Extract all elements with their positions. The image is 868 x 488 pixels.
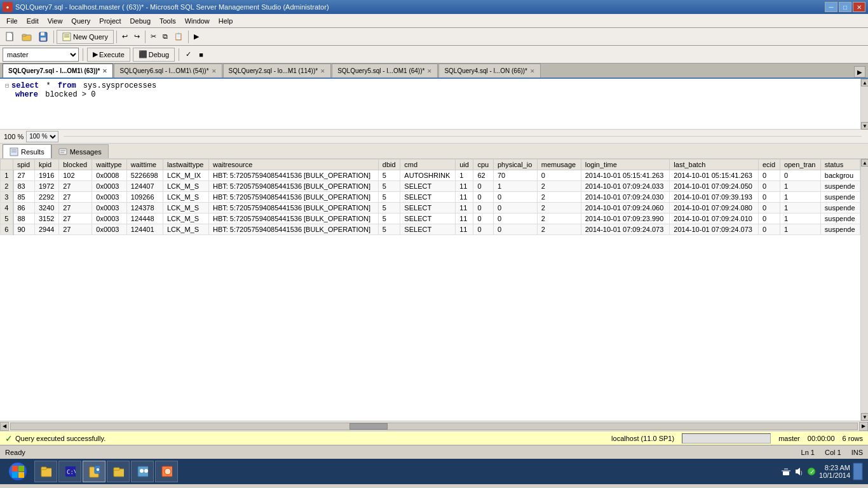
table-cell: 0 <box>758 203 780 214</box>
hscroll-right-arrow[interactable]: ▶ <box>859 422 868 431</box>
start-button[interactable] <box>3 460 33 483</box>
col-ecid[interactable]: ecid <box>758 159 780 170</box>
col-memusage[interactable]: memusage <box>537 159 581 170</box>
taskbar-cmd-button[interactable]: C:\> <box>58 461 81 482</box>
menu-query[interactable]: Query <box>67 16 94 26</box>
tab-scroll-right[interactable]: ▶ <box>854 66 865 78</box>
execute-button[interactable]: ▶ Execute <box>87 48 130 62</box>
results-scroll-up[interactable]: ▲ <box>861 159 868 166</box>
col-lastwaittype[interactable]: lastwaittype <box>163 159 208 170</box>
taskbar-settings-button[interactable] <box>131 461 154 482</box>
query-star: * <box>41 81 55 90</box>
minimize-button[interactable]: ─ <box>825 2 837 12</box>
col-cmd[interactable]: cmd <box>400 159 456 170</box>
hscroll-track[interactable] <box>10 423 858 430</box>
horizontal-scrollbar[interactable]: ◀ ▶ <box>0 421 868 431</box>
menu-tools[interactable]: Tools <box>156 16 180 26</box>
open-icon <box>22 32 32 42</box>
tab-close-1[interactable]: ✕ <box>102 68 107 74</box>
scroll-down-arrow[interactable]: ▼ <box>861 122 868 130</box>
hscroll-thumb[interactable] <box>349 423 388 430</box>
table-cell: HBT: 5:72057594085441536 [BULK_OPERATION… <box>208 224 378 235</box>
ready-col: Col 1 <box>825 449 841 456</box>
tab-sqlquery6[interactable]: SQLQuery6.sql - l...OM1\ (54))* ✕ <box>114 64 222 78</box>
menu-debug[interactable]: Debug <box>126 16 154 26</box>
menu-view[interactable]: View <box>44 16 67 26</box>
windows-logo-icon <box>11 465 24 478</box>
table-cell: 2014-10-01 07:09:24.030 <box>581 192 670 203</box>
tab-sqlquery4[interactable]: SQLQuery4.sql - l...ON (66))* ✕ <box>438 64 541 78</box>
menu-help[interactable]: Help <box>215 16 237 26</box>
table-cell: 2 <box>537 192 581 203</box>
tab-sqlquery2[interactable]: SQLQuery2.sql - lo...M1 (114))* ✕ <box>223 64 332 78</box>
database-dropdown[interactable]: master <box>3 48 79 62</box>
col-dbid[interactable]: dbid <box>378 159 400 170</box>
show-desktop-button[interactable] <box>853 463 863 480</box>
copy-button[interactable]: ⧉ <box>160 30 170 44</box>
scroll-up-arrow[interactable]: ▲ <box>861 79 868 86</box>
redo-button[interactable]: ↪ <box>132 30 142 44</box>
restore-button[interactable]: □ <box>839 2 851 12</box>
col-login-time[interactable]: login_time <box>581 159 670 170</box>
col-physical-io[interactable]: physical_io <box>493 159 537 170</box>
parse-button[interactable]: ✓ <box>183 48 194 62</box>
col-last-batch[interactable]: last_batch <box>670 159 759 170</box>
table-cell: SELECT <box>400 181 456 192</box>
col-cpu[interactable]: cpu <box>473 159 493 170</box>
menu-file[interactable]: File <box>3 16 22 26</box>
open-file-button[interactable] <box>19 30 34 44</box>
tab-sqlquery7[interactable]: SQLQuery7.sql - l...OM1\ (63))* ✕ <box>3 64 113 78</box>
keyword-select: select <box>11 81 39 90</box>
stop-button[interactable]: ■ <box>196 48 206 62</box>
taskbar: C:\> ) ✓ 8:23 AM 10/1/2014 <box>0 459 868 484</box>
col-waitresource[interactable]: waitresource <box>208 159 378 170</box>
results-vscrollbar[interactable]: ▲ ▼ <box>860 159 868 421</box>
results-scroll-down[interactable]: ▼ <box>861 413 868 421</box>
col-kpid[interactable]: kpid <box>34 159 58 170</box>
taskbar-explorer-button[interactable] <box>34 461 57 482</box>
tab-close-5[interactable]: ✕ <box>530 68 535 74</box>
close-button[interactable]: ✕ <box>853 2 865 12</box>
query-editor[interactable]: ⊟ select * from sys.sysprocesses where b… <box>0 79 860 130</box>
results-table-container[interactable]: spid kpid blocked waittype waittime last… <box>0 159 860 421</box>
tab-close-2[interactable]: ✕ <box>212 68 217 74</box>
results-tab[interactable]: Results <box>3 144 51 158</box>
taskbar-paint-button[interactable] <box>155 461 178 482</box>
save-button[interactable] <box>36 30 51 44</box>
toolbar-separator-4 <box>188 30 189 43</box>
col-status[interactable]: status <box>820 159 860 170</box>
taskbar-folder-button[interactable] <box>107 461 130 482</box>
row-number-cell: 1 <box>1 170 13 181</box>
tab-sqlquery5[interactable]: SQLQuery5.sql - l...OM1 (64))* ✕ <box>332 64 438 78</box>
tab-close-3[interactable]: ✕ <box>320 68 325 74</box>
col-waittime[interactable]: waittime <box>126 159 163 170</box>
table-cell: 0x0008 <box>92 170 127 181</box>
menu-project[interactable]: Project <box>95 16 125 26</box>
col-waittype[interactable]: waittype <box>92 159 127 170</box>
debug-button[interactable]: ⬛ Debug <box>133 48 175 62</box>
editor-vscrollbar[interactable]: ▲ ▼ <box>860 79 868 130</box>
new-file-button[interactable] <box>3 30 18 44</box>
tab-close-4[interactable]: ✕ <box>427 68 432 74</box>
col-blocked[interactable]: blocked <box>59 159 92 170</box>
cut-button[interactable]: ✂ <box>148 30 159 44</box>
messages-tab[interactable]: Messages <box>51 144 109 158</box>
run-button[interactable]: ▶ <box>191 30 201 44</box>
table-cell: 5 <box>378 203 400 214</box>
menu-edit[interactable]: Edit <box>23 16 43 26</box>
table-cell: 1 <box>780 224 820 235</box>
col-spid[interactable]: spid <box>13 159 35 170</box>
undo-button[interactable]: ↩ <box>119 30 130 44</box>
taskbar-ssms-button[interactable] <box>83 461 105 482</box>
col-uid[interactable]: uid <box>456 159 473 170</box>
collapse-icon[interactable]: ⊟ <box>5 82 9 90</box>
hscroll-left-arrow[interactable]: ◀ <box>0 422 9 431</box>
menu-window[interactable]: Window <box>181 16 214 26</box>
col-open-tran[interactable]: open_tran <box>780 159 820 170</box>
paste-button[interactable]: 📋 <box>172 30 186 44</box>
new-query-button[interactable]: New Query <box>57 30 114 44</box>
start-icon <box>9 463 27 480</box>
table-cell: 3152 <box>34 214 58 224</box>
zoom-select[interactable]: 100 % <box>26 131 58 142</box>
tab-label-4: SQLQuery5.sql - l...OM1 (64))* <box>337 67 424 74</box>
